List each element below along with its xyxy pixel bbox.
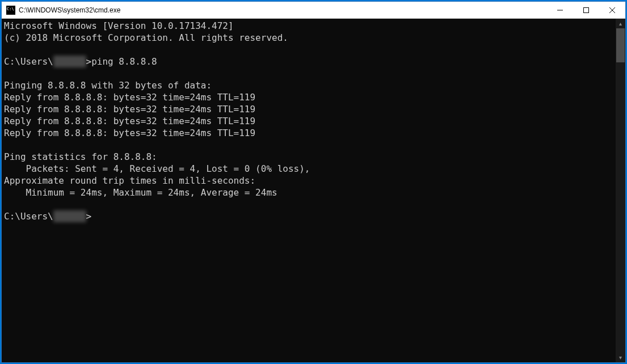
prompt-prefix: C:\Users\	[4, 56, 53, 67]
prompt-suffix: >	[86, 56, 92, 67]
terminal-output[interactable]: Microsoft Windows [Version 10.0.17134.47…	[2, 19, 616, 362]
reply-line: Reply from 8.8.8.8: bytes=32 time=24ms T…	[4, 92, 255, 103]
cmd-icon	[6, 6, 15, 15]
cmd-window: C:\WINDOWS\system32\cmd.exe Microsoft Wi…	[1, 1, 626, 363]
rtt-line: Minimum = 24ms, Maximum = 24ms, Average …	[4, 187, 277, 198]
client-area: Microsoft Windows [Version 10.0.17134.47…	[2, 19, 625, 362]
pinging-line: Pinging 8.8.8.8 with 32 bytes of data:	[4, 80, 212, 91]
copyright-line: (c) 2018 Microsoft Corporation. All righ…	[4, 32, 288, 43]
stats-header: Ping statistics for 8.8.8.8:	[4, 151, 157, 162]
reply-line: Reply from 8.8.8.8: bytes=32 time=24ms T…	[4, 116, 255, 126]
scroll-thumb[interactable]	[616, 28, 625, 62]
command-text: ping 8.8.8.8	[91, 56, 157, 67]
minimize-button[interactable]	[547, 2, 573, 19]
reply-line: Reply from 8.8.8.8: bytes=32 time=24ms T…	[4, 128, 255, 138]
svg-rect-1	[584, 7, 589, 12]
prompt-prefix: C:\Users\	[4, 211, 53, 222]
scroll-up-icon[interactable]: ▴	[616, 19, 625, 28]
reply-line: Reply from 8.8.8.8: bytes=32 time=24ms T…	[4, 104, 255, 115]
version-line: Microsoft Windows [Version 10.0.17134.47…	[4, 20, 234, 31]
scroll-down-icon[interactable]: ▾	[616, 353, 625, 362]
packets-line: Packets: Sent = 4, Received = 4, Lost = …	[4, 163, 310, 174]
approx-line: Approximate round trip times in milli-se…	[4, 175, 255, 186]
vertical-scrollbar[interactable]: ▴ ▾	[616, 19, 625, 362]
username-obscured: XXXXXX	[53, 56, 86, 67]
close-button[interactable]	[599, 2, 625, 19]
titlebar[interactable]: C:\WINDOWS\system32\cmd.exe	[2, 2, 625, 19]
username-obscured: XXXXXX	[53, 210, 86, 222]
prompt-suffix: >	[86, 211, 92, 222]
window-title: C:\WINDOWS\system32\cmd.exe	[19, 6, 120, 14]
maximize-button[interactable]	[573, 2, 599, 19]
